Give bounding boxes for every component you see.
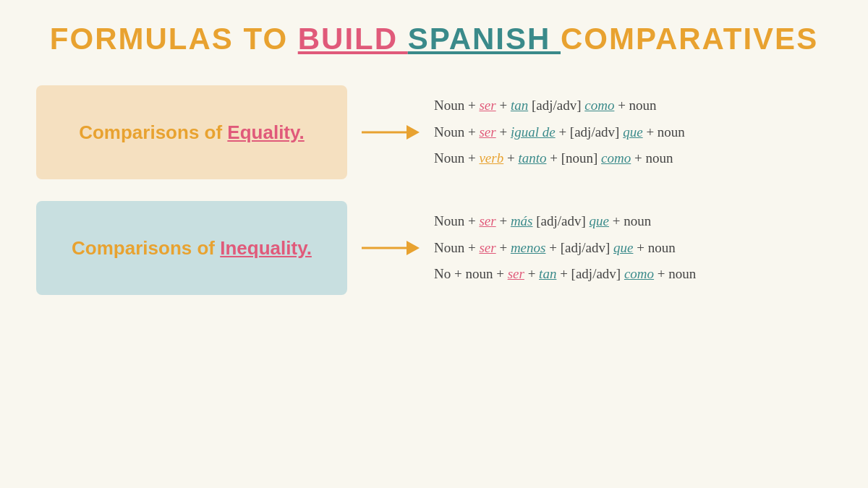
equality-arrow — [347, 125, 434, 140]
inequality-label: Comparisons of Inequality. — [72, 237, 312, 260]
arrow-line-2 — [362, 247, 411, 249]
inequality-arrow — [347, 241, 434, 255]
arrow-equality — [362, 125, 420, 140]
inequality-label-box: Comparisons of Inequality. — [36, 201, 347, 295]
arrow-inequality — [362, 241, 420, 255]
equality-prefix: Comparisons of — [79, 121, 227, 143]
equality-formula-1: Noun + ser + tan [adj/adv] como + noun — [434, 95, 685, 116]
inequality-formula-1: Noun + ser + más [adj/adv] que + noun — [434, 211, 696, 232]
title-comparatives: COMPARATIVES — [561, 22, 818, 56]
inequality-formula-2: Noun + ser + menos + [adj/adv] que + nou… — [434, 238, 696, 259]
inequality-row: Comparisons of Inequality. Noun + ser + … — [36, 201, 832, 295]
inequality-formulas: Noun + ser + más [adj/adv] que + noun No… — [434, 211, 696, 285]
equality-label-box: Comparisons of Equality. — [36, 85, 347, 179]
equality-formulas: Noun + ser + tan [adj/adv] como + noun N… — [434, 95, 685, 169]
inequality-highlight: Inequality. — [220, 237, 312, 259]
arrow-head-2 — [407, 241, 420, 255]
equality-formula-2: Noun + ser + igual de + [adj/adv] que + … — [434, 122, 685, 143]
arrow-head — [407, 125, 420, 140]
arrow-line — [362, 132, 411, 134]
page-title: FORMULAS TO BUILD SPANISH COMPARATIVES — [50, 22, 818, 56]
title-formulas: FORMULAS TO — [50, 22, 298, 56]
equality-highlight: Equality. — [227, 121, 304, 143]
content-area: Comparisons of Equality. Noun + ser + ta… — [36, 85, 832, 295]
title-spanish: SPANISH — [408, 22, 561, 56]
inequality-formula-3: No + noun + ser + tan + [adj/adv] como +… — [434, 264, 696, 285]
title-build: BUILD — [298, 22, 408, 56]
inequality-prefix: Comparisons of — [72, 237, 220, 259]
equality-formula-3: Noun + verb + tanto + [noun] como + noun — [434, 148, 685, 169]
equality-row: Comparisons of Equality. Noun + ser + ta… — [36, 85, 832, 179]
equality-label: Comparisons of Equality. — [79, 121, 305, 144]
